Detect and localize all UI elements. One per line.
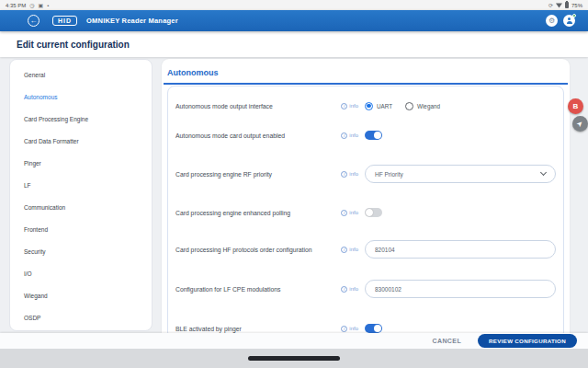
sidebar-item-lf[interactable]: LF (10, 174, 152, 196)
info-icon: i (341, 132, 347, 139)
status-bar: 4:35 PM ◷ ▣ • ⟳ 75% (0, 0, 588, 10)
page-header: Edit current configuration (0, 31, 588, 57)
overflow-dot-icon: • (47, 3, 49, 8)
screenshot-icon: ▣ (39, 3, 44, 8)
radio-unselected-icon (405, 102, 413, 110)
system-nav-area (0, 349, 588, 368)
battery-percent: 75% (571, 3, 582, 8)
settings-button[interactable]: ⚙ (546, 15, 558, 27)
radio-selected-icon (365, 102, 373, 110)
sidebar-item-security[interactable]: I/O (10, 262, 152, 284)
sidebar: General Autonomous Card Processing Engin… (9, 59, 153, 331)
bubble-arrow-button[interactable]: ➤ (572, 116, 588, 132)
output-interface-radio-group: UART Wiegand (365, 102, 440, 110)
sync-icon: ⟳ (548, 3, 553, 8)
setting-label: Card processing HF protocols order confi… (175, 247, 341, 253)
navigation-arrow-icon: ➤ (575, 119, 584, 128)
setting-row-card-output-enabled: Autonomous mode card output enabled i in… (175, 121, 558, 149)
online-status-dot (572, 14, 576, 17)
info-chip[interactable]: i info (341, 247, 358, 253)
setting-row-lf-cpe-modulations: Configuration for LF CPE modulations i i… (175, 275, 558, 303)
sidebar-item-communication[interactable]: Communication (10, 196, 152, 218)
setting-row-hf-protocols-order: Card processing HF protocols order confi… (175, 236, 558, 263)
info-icon: i (341, 286, 347, 293)
info-chip[interactable]: i info (341, 103, 358, 109)
sidebar-item-io[interactable]: Security (10, 240, 152, 262)
ble-activated-toggle[interactable] (365, 324, 382, 333)
heading-divider (164, 83, 568, 85)
battery-icon (565, 2, 569, 8)
rf-priority-value: HF Priority (375, 171, 403, 178)
app-title: OMNIKEY Reader Manager (86, 17, 178, 25)
action-bar: CANCEL REVIEW CONFIGURATION (0, 333, 588, 349)
wifi-icon (556, 3, 562, 8)
info-icon: i (341, 210, 347, 216)
sidebar-item-general[interactable]: General (10, 63, 152, 86)
setting-row-rf-priority: Card processing engine RF priority i inf… (175, 160, 558, 188)
floating-bubble[interactable]: B (568, 98, 583, 114)
gesture-bar[interactable] (248, 356, 340, 361)
enhanced-polling-toggle[interactable] (365, 208, 382, 217)
info-chip[interactable]: i info (341, 171, 358, 178)
back-button[interactable]: ← (28, 15, 40, 27)
chevron-down-icon (540, 169, 547, 176)
radio-option-uart[interactable]: UART (365, 102, 392, 110)
info-icon: i (341, 247, 347, 253)
sidebar-item-autonomous[interactable]: Autonomous (10, 86, 152, 108)
sidebar-item-pinger[interactable]: Pinger (10, 152, 152, 174)
lf-cpe-modulations-input[interactable] (365, 280, 556, 298)
setting-label: Card processing engine RF priority (175, 171, 341, 178)
setting-label: Autonomous mode output interface (175, 103, 341, 109)
info-chip[interactable]: i info (341, 286, 358, 293)
info-chip[interactable]: i info (341, 326, 358, 332)
clock: 4:35 PM (6, 3, 26, 8)
sidebar-item-card-data-formatter[interactable]: Card Data Formatter (10, 130, 152, 152)
setting-label: BLE activated by pinger (175, 326, 341, 332)
card-output-toggle[interactable] (365, 131, 382, 140)
setting-label: Card processing engine enhanced polling (175, 210, 341, 216)
hid-logo: HID (52, 16, 77, 26)
page-title: Edit current configuration (17, 40, 130, 50)
section-heading: Autonomous (162, 59, 570, 83)
account-button[interactable] (563, 15, 575, 27)
info-chip[interactable]: i info (341, 132, 358, 139)
app-bar: ← HID OMNIKEY Reader Manager ⚙ (0, 10, 588, 31)
setting-row-enhanced-polling: Card processing engine enhanced polling … (175, 199, 558, 226)
hf-protocols-order-input[interactable] (365, 240, 556, 259)
setting-label: Configuration for LF CPE modulations (175, 286, 341, 293)
info-icon: i (341, 326, 347, 332)
cancel-button[interactable]: CANCEL (433, 338, 462, 344)
review-configuration-button[interactable]: REVIEW CONFIGURATION (478, 334, 577, 348)
notification-icon: ◷ (29, 3, 34, 8)
info-icon: i (341, 103, 347, 109)
rf-priority-select[interactable]: HF Priority (365, 165, 556, 183)
sidebar-item-wiegand[interactable]: Wiegand (10, 284, 152, 306)
info-chip[interactable]: i info (341, 210, 358, 216)
sidebar-item-card-processing-engine[interactable]: Card Processing Engine (10, 108, 152, 130)
person-icon (566, 17, 572, 24)
gear-icon: ⚙ (548, 17, 555, 25)
info-icon: i (341, 171, 347, 178)
back-arrow-icon: ← (30, 17, 38, 25)
setting-label: Autonomous mode card output enabled (175, 132, 341, 139)
settings-card: Autonomous mode output interface i info … (167, 86, 564, 339)
main-panel: Autonomous Autonomous mode output interf… (162, 59, 570, 344)
radio-option-wiegand[interactable]: Wiegand (405, 102, 440, 110)
sidebar-item-frontend[interactable]: Frontend (10, 218, 152, 240)
sidebar-item-osdp[interactable]: OSDP (10, 306, 152, 328)
setting-row-output-interface: Autonomous mode output interface i info … (175, 92, 558, 120)
